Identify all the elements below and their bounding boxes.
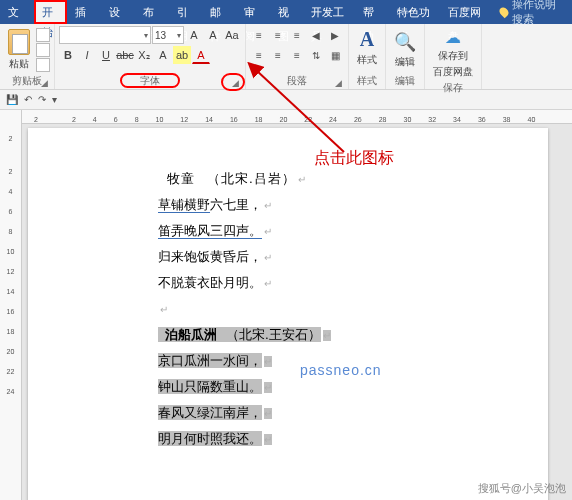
tab-special[interactable]: 特色功能: [389, 0, 440, 24]
highlight-button[interactable]: ab: [173, 46, 191, 64]
subscript-button[interactable]: X₂: [135, 46, 153, 64]
quick-access-toolbar: 💾 ↶ ↷ ▾: [0, 90, 572, 110]
document-area: 224681012141618202224 224681012141618202…: [0, 110, 572, 500]
bulb-icon: [497, 6, 510, 19]
paste-button[interactable]: 粘贴: [4, 27, 34, 73]
paragraph-launcher[interactable]: ◢: [334, 78, 343, 88]
tab-help[interactable]: 帮助: [355, 0, 389, 24]
line-spacing-button[interactable]: ⇅: [307, 46, 325, 64]
tab-review[interactable]: 审阅: [236, 0, 270, 24]
bold-button[interactable]: B: [59, 46, 77, 64]
save-line1: 保存到: [438, 49, 468, 63]
strike-button[interactable]: abc: [116, 46, 134, 64]
text-effects-button[interactable]: A: [154, 46, 172, 64]
poem1-title: 牧童 （北宋.吕岩）↵: [158, 166, 548, 192]
tab-home[interactable]: 开始: [34, 0, 68, 24]
tab-baidu[interactable]: 百度网盘: [440, 0, 491, 24]
tell-me-label: 操作说明搜索: [512, 0, 564, 27]
editing-button[interactable]: 🔍 编辑: [390, 29, 420, 71]
tab-view[interactable]: 视图: [270, 0, 304, 24]
poem2-line3: 春风又绿江南岸，↵: [158, 400, 548, 426]
vertical-ruler[interactable]: 224681012141618202224: [0, 110, 22, 500]
font-group-label: 字体 ◢: [59, 74, 241, 89]
increase-indent-button[interactable]: ▶: [326, 26, 344, 44]
group-paragraph: ≡ ≡ ≡ ◀ ▶ ≡ ≡ ≡ ⇅ ▦ 段落◢: [246, 24, 349, 89]
styles-icon: A: [360, 28, 374, 51]
blank-line: ↵: [158, 296, 548, 322]
clipboard-launcher[interactable]: ◢: [40, 78, 49, 88]
italic-button[interactable]: I: [78, 46, 96, 64]
group-editing: 🔍 编辑 编辑: [386, 24, 425, 89]
page[interactable]: 牧童 （北宋.吕岩）↵ 草铺横野六七里，↵ 笛弄晚风三四声。↵ 归来饱饭黄昏后，…: [28, 128, 548, 500]
attribution: 搜狐号@小吴泡泡: [478, 481, 566, 496]
editing-group-label: 编辑: [390, 74, 420, 89]
styles-group-label: 样式: [353, 74, 381, 89]
cut-button[interactable]: [36, 28, 50, 42]
horizontal-ruler[interactable]: 2246810121416182022242628303234363840: [22, 110, 572, 124]
tab-bar: 文件 开始 插入 设计 布局 引用 邮件 审阅 视图 开发工具 帮助 特色功能 …: [0, 0, 572, 24]
format-painter-button[interactable]: [36, 58, 50, 72]
decrease-indent-button[interactable]: ◀: [307, 26, 325, 44]
shrink-font-button[interactable]: A: [204, 26, 222, 44]
tab-file[interactable]: 文件: [0, 0, 34, 24]
qat-redo-icon[interactable]: ↷: [38, 94, 46, 105]
font-color-button[interactable]: A: [192, 46, 210, 64]
tab-layout[interactable]: 布局: [135, 0, 169, 24]
save-line2: 百度网盘: [433, 65, 473, 79]
save-group-label: 保存: [429, 81, 477, 96]
poem2-title: 泊船瓜洲 （北宋.王安石）↵: [158, 322, 548, 348]
font-size-combo[interactable]: 13▾: [152, 26, 184, 44]
cloud-icon: ☁: [445, 28, 461, 47]
multilevel-button[interactable]: ≡: [288, 26, 306, 44]
editing-btn-label: 编辑: [395, 55, 415, 69]
qat-save-icon[interactable]: 💾: [6, 94, 18, 105]
grow-font-button[interactable]: A: [185, 26, 203, 44]
paragraph-label: 段落◢: [250, 74, 344, 89]
group-font: ▾ 13▾ A A Aa B I U abc X₂ A ab A 字体 ◢: [55, 24, 246, 89]
poem1-line4: 不脱蓑衣卧月明。↵: [158, 270, 548, 296]
copy-button[interactable]: [36, 43, 50, 57]
change-case-button[interactable]: Aa: [223, 26, 241, 44]
poem1-line1: 草铺横野六七里，↵: [158, 192, 548, 218]
ribbon: 粘贴 剪贴板◢ ▾ 13▾ A A Aa B I U abc: [0, 24, 572, 90]
find-icon: 🔍: [394, 31, 416, 53]
tab-insert[interactable]: 插入: [67, 0, 101, 24]
font-family-combo[interactable]: ▾: [59, 26, 151, 44]
tab-dev[interactable]: 开发工具: [303, 0, 354, 24]
tab-design[interactable]: 设计: [101, 0, 135, 24]
poem2-line4: 明月何时照我还。↵: [158, 426, 548, 452]
poem1-line3: 归来饱饭黄昏后，↵: [158, 244, 548, 270]
align-left-button[interactable]: ≡: [250, 46, 268, 64]
numbering-button[interactable]: ≡: [269, 26, 287, 44]
tab-references[interactable]: 引用: [169, 0, 203, 24]
font-launcher-highlight: [221, 73, 245, 91]
poem2-line2: 钟山只隔数重山。↵: [158, 374, 548, 400]
qat-undo-icon[interactable]: ↶: [24, 94, 32, 105]
save-baidu-button[interactable]: ☁ 保存到 百度网盘: [429, 26, 477, 81]
bullets-button[interactable]: ≡: [250, 26, 268, 44]
shading-button[interactable]: ▦: [326, 46, 344, 64]
underline-button[interactable]: U: [97, 46, 115, 64]
poem1-line2: 笛弄晚风三四声。↵: [158, 218, 548, 244]
group-clipboard: 粘贴 剪贴板◢: [0, 24, 55, 89]
paste-label: 粘贴: [9, 57, 29, 71]
styles-button[interactable]: A 样式: [353, 26, 381, 69]
group-styles: A 样式 样式: [349, 24, 386, 89]
tab-mail[interactable]: 邮件: [202, 0, 236, 24]
tell-me[interactable]: 操作说明搜索: [492, 0, 572, 27]
align-right-button[interactable]: ≡: [288, 46, 306, 64]
qat-customize-icon[interactable]: ▾: [52, 94, 57, 105]
group-save: ☁ 保存到 百度网盘 保存: [425, 24, 482, 89]
align-center-button[interactable]: ≡: [269, 46, 287, 64]
styles-btn-label: 样式: [357, 53, 377, 67]
clipboard-label: 剪贴板◢: [4, 74, 50, 89]
poem2-line1: 京口瓜洲一水间，↵: [158, 348, 548, 374]
paste-icon: [8, 29, 30, 55]
